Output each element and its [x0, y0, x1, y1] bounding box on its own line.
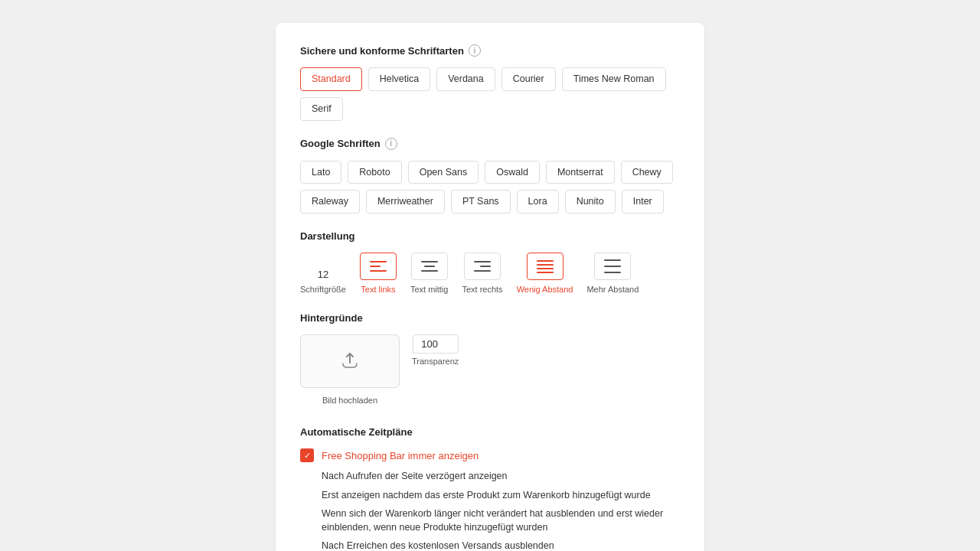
spacing-more-label: Mehr Abstand	[586, 285, 639, 294]
svg-rect-0	[370, 261, 387, 262]
hintergruende-section: Hintergründe Bild hochladen Trans	[300, 312, 680, 405]
font-size-label: Schriftgröße	[300, 285, 346, 294]
main-option-label: Free Shopping Bar immer anzeigen	[322, 450, 479, 461]
transparenz-item: Transparenz	[412, 334, 459, 366]
svg-rect-13	[604, 259, 621, 261]
upload-item: Bild hochladen	[300, 334, 400, 405]
svg-rect-11	[537, 268, 554, 269]
spacing-less-label: Wenig Abstand	[517, 285, 573, 294]
svg-rect-1	[370, 266, 381, 267]
align-center-label: Text mittig	[410, 285, 449, 294]
svg-rect-4	[424, 266, 435, 267]
darstellung-row: 12 Schriftgröße Text links	[300, 253, 680, 294]
darstellung-section: Darstellung 12 Schriftgröße Text links	[300, 230, 680, 294]
hintergruende-row: Bild hochladen Transparenz	[300, 334, 680, 405]
align-left-item: Text links	[360, 253, 397, 294]
font-btn-chewy[interactable]: Chewy	[621, 161, 673, 184]
safe-fonts-section: Sichere und konforme Schriftarten i Stan…	[300, 44, 680, 121]
svg-rect-3	[421, 261, 438, 262]
safe-fonts-info-icon[interactable]: i	[469, 44, 481, 57]
zeitplaene-title: Automatische Zeitpläne	[300, 426, 680, 438]
font-btn-ptsans[interactable]: PT Sans	[451, 190, 511, 214]
hintergruende-title: Hintergründe	[300, 312, 680, 324]
align-left-btn[interactable]	[360, 253, 397, 280]
svg-rect-14	[604, 266, 621, 267]
font-size-value: 12	[318, 269, 328, 280]
spacing-more-icon	[604, 259, 621, 273]
spacing-more-btn[interactable]	[594, 253, 631, 280]
font-btn-oswald[interactable]: Oswald	[485, 161, 540, 184]
option-item-1[interactable]: Nach Aufrufen der Seite verzögert anzeig…	[322, 470, 680, 484]
font-btn-lora[interactable]: Lora	[517, 190, 559, 214]
google-fonts-info-icon[interactable]: i	[385, 138, 397, 150]
align-right-item: Text rechts	[462, 253, 502, 294]
svg-rect-9	[537, 260, 554, 262]
svg-rect-8	[474, 270, 491, 272]
spacing-more-item: Mehr Abstand	[586, 253, 639, 294]
font-btn-nunito[interactable]: Nunito	[565, 190, 616, 214]
svg-rect-6	[474, 261, 491, 262]
darstellung-title: Darstellung	[300, 230, 680, 242]
option-item-2[interactable]: Erst anzeigen nachdem das erste Produkt …	[322, 489, 680, 503]
font-btn-lato[interactable]: Lato	[300, 161, 341, 184]
upload-icon	[339, 350, 361, 373]
font-size-item: 12 Schriftgröße	[300, 269, 346, 294]
align-right-label: Text rechts	[462, 285, 502, 294]
spacing-less-icon	[537, 259, 554, 273]
upload-label: Bild hochladen	[322, 396, 377, 405]
svg-rect-2	[370, 270, 387, 272]
svg-rect-15	[604, 272, 621, 273]
align-left-icon	[370, 259, 387, 273]
spacing-less-item: Wenig Abstand	[517, 253, 573, 294]
font-btn-opensans[interactable]: Open Sans	[408, 161, 479, 184]
font-btn-merriweather[interactable]: Merriweather	[366, 190, 445, 214]
spacing-less-btn[interactable]	[527, 253, 564, 280]
font-btn-helvetica[interactable]: Helvetica	[368, 67, 430, 91]
google-fonts-section: Google Schriften i Lato Roboto Open Sans…	[300, 138, 680, 214]
option-item-4[interactable]: Nach Erreichen des kostenlosen Versands …	[322, 540, 680, 551]
align-center-item: Text mittig	[410, 253, 449, 294]
font-btn-standard[interactable]: Standard	[300, 67, 362, 91]
align-left-label: Text links	[361, 285, 395, 294]
font-btn-timesnewroman[interactable]: Times New Roman	[562, 67, 666, 91]
options-list: Nach Aufrufen der Seite verzögert anzeig…	[322, 470, 680, 551]
settings-card: Sichere und konforme Schriftarten i Stan…	[276, 23, 704, 551]
option-item-3[interactable]: Wenn sich der Warenkorb länger nicht ver…	[322, 507, 680, 534]
transparenz-input[interactable]	[413, 334, 459, 354]
svg-rect-12	[537, 272, 554, 273]
align-center-icon	[421, 259, 438, 273]
align-right-btn[interactable]	[464, 253, 501, 280]
google-fonts-grid: Lato Roboto Open Sans Oswald Montserrat …	[300, 161, 680, 214]
font-btn-roboto[interactable]: Roboto	[348, 161, 401, 184]
align-right-icon	[474, 259, 491, 273]
font-btn-raleway[interactable]: Raleway	[300, 190, 360, 214]
font-btn-montserrat[interactable]: Montserrat	[546, 161, 615, 184]
align-center-btn[interactable]	[411, 253, 448, 280]
safe-fonts-title: Sichere und konforme Schriftarten i	[300, 44, 680, 57]
main-option-checkbox[interactable]: ✓	[300, 448, 314, 462]
upload-box[interactable]	[300, 334, 400, 388]
main-option-row: ✓ Free Shopping Bar immer anzeigen	[300, 448, 680, 462]
checkmark-icon: ✓	[304, 452, 311, 460]
safe-fonts-grid: Standard Helvetica Verdana Courier Times…	[300, 67, 680, 121]
zeitplaene-section: Automatische Zeitpläne ✓ Free Shopping B…	[300, 426, 680, 551]
google-fonts-title: Google Schriften i	[300, 138, 680, 150]
svg-rect-7	[480, 266, 491, 267]
font-btn-verdana[interactable]: Verdana	[436, 67, 495, 91]
font-btn-courier[interactable]: Courier	[501, 67, 556, 91]
svg-rect-10	[537, 264, 554, 266]
transparenz-label: Transparenz	[412, 357, 459, 366]
font-btn-inter[interactable]: Inter	[622, 190, 664, 214]
svg-rect-5	[421, 270, 438, 272]
font-btn-serif[interactable]: Serif	[300, 97, 343, 121]
